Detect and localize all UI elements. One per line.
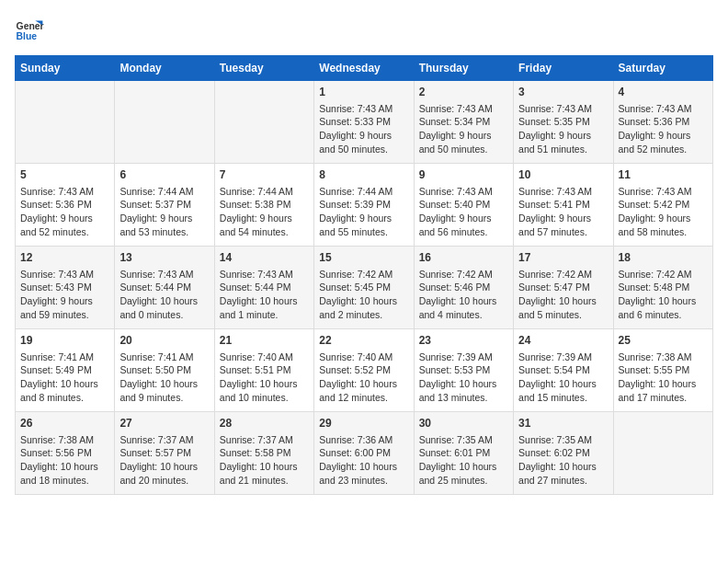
calendar-cell (214, 81, 313, 164)
day-info: Daylight: 9 hours (20, 212, 109, 225)
week-row-4: 19Sunrise: 7:41 AMSunset: 5:49 PMDayligh… (16, 329, 713, 412)
day-info: and 52 minutes. (20, 225, 109, 239)
day-info: Sunset: 5:37 PM (119, 198, 209, 212)
day-info: and 21 minutes. (220, 474, 309, 488)
day-info: Daylight: 9 hours (319, 129, 408, 143)
day-info: Daylight: 10 hours (319, 377, 408, 391)
day-info: and 23 minutes. (319, 474, 408, 488)
day-info: Daylight: 9 hours (20, 294, 109, 308)
calendar-cell: 30Sunrise: 7:35 AMSunset: 6:01 PMDayligh… (414, 412, 513, 495)
day-info: Sunset: 5:55 PM (619, 363, 708, 377)
calendar-cell: 2Sunrise: 7:43 AMSunset: 5:34 PMDaylight… (414, 81, 513, 164)
day-info: Sunset: 5:50 PM (119, 363, 209, 377)
day-info: Sunrise: 7:43 AM (518, 102, 608, 116)
day-info: and 51 minutes. (518, 143, 608, 156)
day-info: Daylight: 10 hours (20, 377, 109, 391)
day-info: Sunset: 5:52 PM (319, 363, 408, 377)
day-info: Sunset: 5:41 PM (518, 198, 608, 212)
day-info: Daylight: 10 hours (518, 377, 608, 391)
calendar-cell: 27Sunrise: 7:37 AMSunset: 5:57 PMDayligh… (115, 412, 214, 495)
calendar-cell: 7Sunrise: 7:44 AMSunset: 5:38 PMDaylight… (214, 164, 313, 247)
day-info: Daylight: 10 hours (419, 377, 508, 391)
day-info: Daylight: 9 hours (518, 212, 608, 225)
calendar-cell: 28Sunrise: 7:37 AMSunset: 5:58 PMDayligh… (214, 412, 313, 495)
calendar-cell: 21Sunrise: 7:40 AMSunset: 5:51 PMDayligh… (214, 329, 313, 412)
day-info: and 25 minutes. (419, 474, 508, 488)
day-info: Sunset: 5:43 PM (20, 281, 109, 294)
day-number: 11 (619, 167, 708, 183)
day-info: Sunset: 6:01 PM (419, 446, 508, 460)
calendar-table: SundayMondayTuesdayWednesdayThursdayFrid… (15, 55, 713, 495)
day-number: 31 (518, 416, 608, 431)
day-info: Sunrise: 7:35 AM (518, 433, 608, 447)
day-info: and 55 minutes. (319, 225, 408, 239)
day-info: Sunset: 5:40 PM (419, 198, 508, 212)
day-info: Sunset: 5:47 PM (518, 281, 608, 294)
day-info: Sunrise: 7:36 AM (319, 433, 408, 447)
day-info: Daylight: 10 hours (419, 294, 508, 308)
svg-text:Blue: Blue (17, 31, 38, 41)
day-info: Daylight: 10 hours (319, 460, 408, 474)
calendar-cell: 16Sunrise: 7:42 AMSunset: 5:46 PMDayligh… (414, 247, 513, 329)
week-row-5: 26Sunrise: 7:38 AMSunset: 5:56 PMDayligh… (16, 412, 713, 495)
day-info: Sunrise: 7:43 AM (619, 185, 708, 199)
day-info: Sunset: 5:58 PM (220, 446, 309, 460)
day-number: 20 (119, 333, 209, 349)
day-info: Daylight: 10 hours (119, 377, 209, 391)
day-info: and 10 minutes. (220, 391, 309, 405)
calendar-cell: 19Sunrise: 7:41 AMSunset: 5:49 PMDayligh… (16, 329, 115, 412)
calendar-cell: 25Sunrise: 7:38 AMSunset: 5:55 PMDayligh… (613, 329, 712, 412)
day-number: 1 (319, 85, 408, 100)
day-info: Sunrise: 7:44 AM (220, 185, 309, 199)
day-header-sunday: Sunday (16, 56, 115, 81)
day-number: 5 (20, 167, 109, 183)
day-info: Daylight: 9 hours (619, 129, 708, 143)
day-info: and 20 minutes. (119, 474, 209, 488)
day-info: Sunrise: 7:37 AM (220, 433, 309, 447)
day-number: 19 (20, 333, 109, 349)
day-info: and 9 minutes. (119, 391, 209, 405)
calendar-cell: 24Sunrise: 7:39 AMSunset: 5:54 PMDayligh… (514, 329, 613, 412)
day-info: Daylight: 10 hours (119, 294, 209, 308)
day-info: Sunset: 5:33 PM (319, 115, 408, 129)
day-number: 2 (419, 85, 508, 100)
day-info: and 2 minutes. (319, 308, 408, 322)
calendar-cell: 31Sunrise: 7:35 AMSunset: 6:02 PMDayligh… (514, 412, 613, 495)
day-info: and 8 minutes. (20, 391, 109, 405)
day-info: and 50 minutes. (419, 143, 508, 156)
day-info: and 6 minutes. (619, 308, 708, 322)
day-info: Sunrise: 7:43 AM (220, 268, 309, 282)
days-header-row: SundayMondayTuesdayWednesdayThursdayFrid… (16, 56, 713, 81)
calendar-cell: 29Sunrise: 7:36 AMSunset: 6:00 PMDayligh… (314, 412, 414, 495)
day-info: Daylight: 10 hours (20, 460, 109, 474)
day-info: Sunset: 5:49 PM (20, 363, 109, 377)
calendar-cell: 22Sunrise: 7:40 AMSunset: 5:52 PMDayligh… (314, 329, 414, 412)
day-info: Sunrise: 7:40 AM (319, 350, 408, 364)
day-info: Daylight: 10 hours (419, 460, 508, 474)
week-row-1: 1Sunrise: 7:43 AMSunset: 5:33 PMDaylight… (16, 81, 713, 164)
day-info: Sunset: 5:48 PM (619, 281, 708, 294)
day-info: Daylight: 10 hours (319, 294, 408, 308)
day-info: Sunrise: 7:43 AM (518, 185, 608, 199)
calendar-cell (613, 412, 712, 495)
day-number: 13 (119, 250, 209, 266)
day-number: 28 (220, 416, 309, 431)
day-info: Sunrise: 7:38 AM (619, 350, 708, 364)
day-info: Daylight: 10 hours (518, 460, 608, 474)
day-info: Sunrise: 7:43 AM (20, 268, 109, 282)
day-number: 27 (119, 416, 209, 431)
day-header-saturday: Saturday (613, 56, 712, 81)
day-number: 4 (619, 85, 708, 100)
day-info: and 1 minute. (220, 308, 309, 322)
day-info: Sunset: 5:44 PM (119, 281, 209, 294)
day-info: and 18 minutes. (20, 474, 109, 488)
day-info: Daylight: 10 hours (220, 294, 309, 308)
day-info: and 27 minutes. (518, 474, 608, 488)
day-info: Daylight: 9 hours (518, 129, 608, 143)
day-number: 6 (119, 167, 209, 183)
day-header-thursday: Thursday (414, 56, 513, 81)
day-info: Sunset: 6:00 PM (319, 446, 408, 460)
calendar-cell: 8Sunrise: 7:44 AMSunset: 5:39 PMDaylight… (314, 164, 414, 247)
day-info: Daylight: 10 hours (518, 294, 608, 308)
day-header-friday: Friday (514, 56, 613, 81)
